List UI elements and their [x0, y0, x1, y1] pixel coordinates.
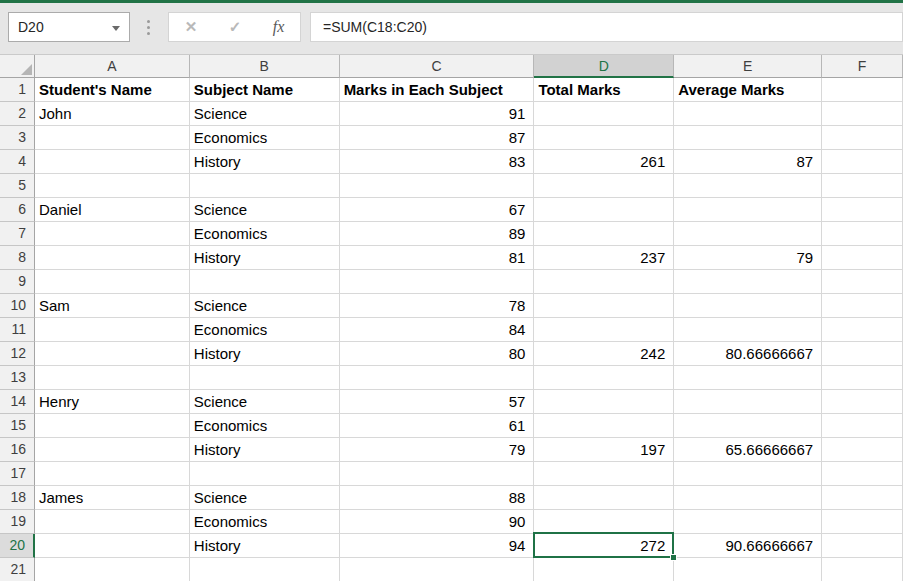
row-header-18[interactable]: 18	[0, 486, 35, 510]
cell-C1[interactable]: Marks in Each Subject	[340, 78, 535, 102]
insert-function-icon[interactable]: fx	[273, 18, 285, 36]
cell-E13[interactable]	[674, 366, 822, 390]
cell-C9[interactable]	[340, 270, 535, 294]
cell-A10[interactable]: Sam	[35, 294, 190, 318]
cell-E18[interactable]	[674, 486, 822, 510]
cell-D8[interactable]: 237	[534, 246, 674, 270]
row-header-12[interactable]: 12	[0, 342, 35, 366]
cell-F6[interactable]	[822, 198, 903, 222]
cell-D12[interactable]: 242	[534, 342, 674, 366]
cell-B17[interactable]	[190, 462, 340, 486]
cell-F12[interactable]	[822, 342, 903, 366]
cell-C8[interactable]: 81	[340, 246, 535, 270]
cell-D20[interactable]: 272	[534, 534, 674, 558]
row-header-17[interactable]: 17	[0, 462, 35, 486]
cell-B18[interactable]: Science	[190, 486, 340, 510]
row-header-5[interactable]: 5	[0, 174, 35, 198]
cell-F11[interactable]	[822, 318, 903, 342]
cell-F16[interactable]	[822, 438, 903, 462]
cell-C6[interactable]: 67	[340, 198, 535, 222]
cell-E15[interactable]	[674, 414, 822, 438]
cell-C18[interactable]: 88	[340, 486, 535, 510]
cell-B8[interactable]: History	[190, 246, 340, 270]
cell-A12[interactable]	[35, 342, 190, 366]
cell-A4[interactable]	[35, 150, 190, 174]
row-header-19[interactable]: 19	[0, 510, 35, 534]
row-header-13[interactable]: 13	[0, 366, 35, 390]
cell-B16[interactable]: History	[190, 438, 340, 462]
cell-D10[interactable]	[534, 294, 674, 318]
select-all-corner[interactable]	[0, 55, 35, 78]
cell-F5[interactable]	[822, 174, 903, 198]
cell-D9[interactable]	[534, 270, 674, 294]
cell-A14[interactable]: Henry	[35, 390, 190, 414]
row-header-16[interactable]: 16	[0, 438, 35, 462]
cell-D7[interactable]	[534, 222, 674, 246]
cell-E7[interactable]	[674, 222, 822, 246]
cell-A6[interactable]: Daniel	[35, 198, 190, 222]
cell-D16[interactable]: 197	[534, 438, 674, 462]
cell-D13[interactable]	[534, 366, 674, 390]
cell-F8[interactable]	[822, 246, 903, 270]
row-header-8[interactable]: 8	[0, 246, 35, 270]
cell-A15[interactable]	[35, 414, 190, 438]
cell-A1[interactable]: Student's Name	[35, 78, 190, 102]
cell-E9[interactable]	[674, 270, 822, 294]
cell-F2[interactable]	[822, 102, 903, 126]
cell-F3[interactable]	[822, 126, 903, 150]
cell-B19[interactable]: Economics	[190, 510, 340, 534]
column-header-C[interactable]: C	[340, 55, 535, 78]
column-header-A[interactable]: A	[35, 55, 190, 78]
cell-B10[interactable]: Science	[190, 294, 340, 318]
cell-B7[interactable]: Economics	[190, 222, 340, 246]
cell-F20[interactable]	[822, 534, 903, 558]
cell-E4[interactable]: 87	[674, 150, 822, 174]
row-header-3[interactable]: 3	[0, 126, 35, 150]
row-header-9[interactable]: 9	[0, 270, 35, 294]
name-box[interactable]: D20	[8, 12, 130, 42]
row-header-4[interactable]: 4	[0, 150, 35, 174]
column-header-D[interactable]: D	[534, 55, 674, 78]
cell-F15[interactable]	[822, 414, 903, 438]
cell-F4[interactable]	[822, 150, 903, 174]
row-header-15[interactable]: 15	[0, 414, 35, 438]
cell-C2[interactable]: 91	[340, 102, 535, 126]
name-box-dropdown-icon[interactable]	[112, 26, 120, 31]
cell-C19[interactable]: 90	[340, 510, 535, 534]
formula-bar[interactable]: =SUM(C18:C20)	[310, 12, 903, 42]
cell-D4[interactable]: 261	[534, 150, 674, 174]
cell-F10[interactable]	[822, 294, 903, 318]
cell-D19[interactable]	[534, 510, 674, 534]
cell-D1[interactable]: Total Marks	[534, 78, 674, 102]
cell-A3[interactable]	[35, 126, 190, 150]
row-header-6[interactable]: 6	[0, 198, 35, 222]
cell-A9[interactable]	[35, 270, 190, 294]
cell-C16[interactable]: 79	[340, 438, 535, 462]
cell-A2[interactable]: John	[35, 102, 190, 126]
cell-A13[interactable]	[35, 366, 190, 390]
cell-A8[interactable]	[35, 246, 190, 270]
cell-C15[interactable]: 61	[340, 414, 535, 438]
cell-C5[interactable]	[340, 174, 535, 198]
cell-D21[interactable]	[534, 558, 674, 581]
cell-B12[interactable]: History	[190, 342, 340, 366]
cell-B15[interactable]: Economics	[190, 414, 340, 438]
cell-C10[interactable]: 78	[340, 294, 535, 318]
cell-B1[interactable]: Subject Name	[190, 78, 340, 102]
row-header-20[interactable]: 20	[0, 534, 35, 558]
cell-A7[interactable]	[35, 222, 190, 246]
cell-C3[interactable]: 87	[340, 126, 535, 150]
cell-A16[interactable]	[35, 438, 190, 462]
cell-A5[interactable]	[35, 174, 190, 198]
cell-E17[interactable]	[674, 462, 822, 486]
cell-E10[interactable]	[674, 294, 822, 318]
row-header-21[interactable]: 21	[0, 558, 35, 581]
cell-B21[interactable]	[190, 558, 340, 581]
cell-E1[interactable]: Average Marks	[674, 78, 822, 102]
cell-C20[interactable]: 94	[340, 534, 535, 558]
cell-D15[interactable]	[534, 414, 674, 438]
cell-F21[interactable]	[822, 558, 903, 581]
cell-B9[interactable]	[190, 270, 340, 294]
column-header-F[interactable]: F	[822, 55, 903, 78]
cell-C21[interactable]	[340, 558, 535, 581]
